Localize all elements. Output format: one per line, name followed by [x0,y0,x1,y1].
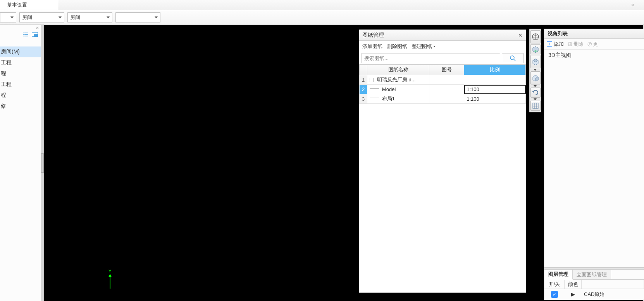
left-list: 房间(M) 工程 程 工程 程 修 [0,40,41,112]
arrange-drawing-button[interactable]: 整理图纸 [412,43,436,50]
view-list-tools: +添加 删除 更 [544,39,644,50]
svg-text:3D: 3D [534,50,537,52]
cube-front-icon[interactable] [530,55,541,68]
search-input[interactable] [362,53,500,63]
copy-icon [568,42,572,46]
tab-elevation-manage[interactable]: 立面图纸管理 [573,270,611,279]
left-panel-icons [0,25,41,40]
scale-cell[interactable]: 1:100 [464,85,526,94]
col-scale[interactable]: 比例 [464,65,526,75]
number-cell [429,75,464,85]
layer-tabs: 图层管理 立面图纸管理 [544,270,644,280]
left-item[interactable]: 修 [0,101,41,112]
chevron-down-icon [59,16,62,18]
view-list-header: 视角列表 [544,29,644,39]
drawing-manager-title[interactable]: 图纸管理 ✕ [359,30,526,41]
svg-rect-8 [34,33,38,34]
plus-icon: + [547,41,552,47]
top-tabbar: 基本设置 ✕ [0,0,644,10]
top-tab-label: 基本设置 [7,2,27,9]
cube-side-icon[interactable] [530,71,541,84]
svg-rect-23 [533,103,538,108]
chevron-down-icon [10,16,14,18]
chevron-down-icon [433,46,436,47]
col-color[interactable]: 颜色 [565,280,582,289]
table-row[interactable]: 2 Model 1:100 [360,85,526,94]
col-rownum [360,65,367,75]
delete-drawing-button[interactable]: 删除图纸 [387,43,407,50]
right-side-panels: 视角列表 +添加 删除 更 3D主视图 图层管理 立面图纸管理 开/关 颜色 ✓… [544,29,644,300]
combo-4[interactable] [115,12,160,22]
rotate-icon[interactable] [530,88,541,98]
collapse-icon[interactable]: − [370,78,374,82]
left-item-room[interactable]: 房间(M) [0,46,41,57]
layer-row[interactable]: ✓ ▶ CAD原始 [544,289,644,300]
layout-icon[interactable] [31,32,38,37]
col-number[interactable]: 图号 [429,65,464,75]
tree-branch-icon [370,88,379,89]
chevron-down-icon [107,16,110,18]
svg-point-11 [510,56,514,60]
svg-marker-10 [108,274,112,277]
globe-icon[interactable] [530,30,541,43]
top-tab-basic-settings[interactable]: 基本设置 [0,0,58,10]
rownum-cell: 2 [360,85,367,94]
combo-value: 房间 [70,14,80,21]
toolbar: 房间 房间 [0,10,644,25]
chevron-down-icon[interactable] [534,98,537,100]
chevron-down-icon[interactable] [534,69,537,71]
checkbox-on-icon[interactable]: ✓ [551,291,558,298]
col-toggle[interactable]: 开/关 [544,280,565,289]
add-drawing-button[interactable]: 添加图纸 [362,43,382,50]
left-item[interactable]: 程 [0,90,41,101]
more-view-button[interactable]: 更 [587,41,598,48]
axis-gizmo: Y [106,269,114,289]
drawing-manager-panel: 图纸管理 ✕ 添加图纸 删除图纸 整理图纸 图纸名称 图号 比例 [359,29,526,293]
svg-rect-29 [568,42,571,45]
view-toolbar-strip: 3D [529,29,541,112]
scale-cell [464,75,526,85]
axis-y-label: Y [108,269,112,274]
drawing-manager-toolbar: 添加图纸 删除图纸 整理图纸 [359,41,526,52]
delete-view-button[interactable]: 删除 [568,41,584,48]
combo-2[interactable]: 房间 [19,12,64,22]
left-item[interactable]: 程 [0,68,41,79]
splitter-handle[interactable] [41,153,44,173]
layer-name: CAD原始 [582,291,644,298]
chevron-down-icon [155,16,158,18]
chevron-down-icon[interactable] [534,85,537,87]
combo-value: 房间 [22,14,32,21]
col-name [582,280,644,289]
add-view-button[interactable]: +添加 [547,41,564,48]
name-cell: − 明瑞反光厂房.d... [367,75,429,85]
svg-marker-22 [532,91,534,93]
drawing-search-row [359,52,526,64]
svg-rect-28 [568,43,572,46]
rownum-cell: 1 [360,75,367,85]
close-icon[interactable]: ✕ [631,3,635,7]
table-row[interactable]: 3 布局1 1:100 [360,94,526,104]
tab-layer-manage[interactable]: 图层管理 [544,270,573,280]
tree-branch-icon [370,98,379,98]
left-item[interactable]: 工程 [0,79,41,90]
table-row[interactable]: 1 − 明瑞反光厂房.d... [360,75,526,85]
cube-3d-icon[interactable]: 3D [530,44,541,54]
view-item-3d-main[interactable]: 3D主视图 [548,52,640,59]
close-icon[interactable]: ✕ [36,26,39,31]
name-cell: 布局1 [367,94,429,104]
number-cell [429,85,464,94]
left-item[interactable]: 工程 [0,57,41,68]
layer-table-head: 开/关 颜色 [544,280,644,289]
combo-3[interactable]: 房间 [67,12,112,22]
expand-arrow-icon[interactable]: ▶ [571,291,575,297]
number-cell [429,94,464,104]
top-tab-filler [58,0,644,10]
col-name[interactable]: 图纸名称 [367,65,429,75]
svg-rect-7 [32,33,34,36]
grid-icon[interactable] [530,101,541,111]
close-icon[interactable]: ✕ [518,32,523,38]
panel-title-label: 图纸管理 [362,32,384,39]
combo-1[interactable] [0,12,16,22]
search-button[interactable] [502,53,523,63]
list-icon[interactable] [22,32,29,37]
